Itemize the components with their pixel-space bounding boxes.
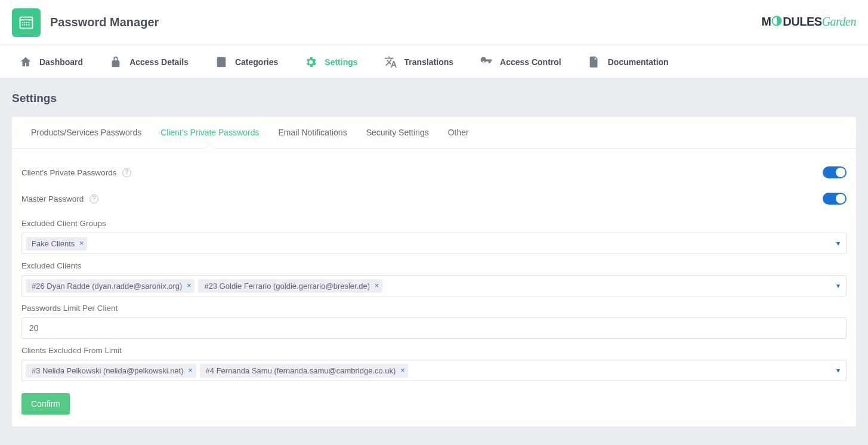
- chip-remove-icon[interactable]: ×: [187, 282, 191, 290]
- translate-icon: [384, 55, 397, 69]
- field-passwords-limit: Passwords Limit Per Client: [21, 304, 847, 339]
- chevron-down-icon[interactable]: ▾: [836, 366, 840, 375]
- doc-icon: [588, 55, 601, 69]
- tab-clients-private-passwords[interactable]: Client's Private Passwords: [151, 117, 268, 148]
- multiselect-clients-excluded-from-limit[interactable]: #3 Nelida Pelkowski (nelida@pelkowski.ne…: [21, 360, 847, 381]
- navbar: Dashboard Access Details Categories Sett…: [0, 45, 868, 79]
- list-icon: [215, 55, 228, 69]
- field-label: Excluded Client Groups: [21, 219, 847, 228]
- multiselect-excluded-clients[interactable]: #26 Dyan Radde (dyan.radde@saronix.org) …: [21, 275, 847, 296]
- confirm-button[interactable]: Confirm: [21, 393, 70, 415]
- nav-categories[interactable]: Categories: [202, 45, 291, 79]
- nav-label: Dashboard: [39, 57, 83, 67]
- field-label: Clients Excluded From Limit: [21, 346, 847, 355]
- app-icon: [12, 8, 41, 37]
- field-label: Client's Private Passwords: [21, 168, 116, 177]
- chip: Fake Clients ×: [26, 237, 87, 251]
- gear-icon: [304, 55, 317, 69]
- chevron-down-icon[interactable]: ▾: [836, 282, 840, 290]
- lock-icon: [109, 55, 122, 69]
- field-excluded-client-groups: Excluded Client Groups Fake Clients × ▾: [21, 219, 847, 254]
- brand-logo: M DULESGarden: [761, 15, 856, 30]
- chip: #4 Fernanda Samu (fernanda.samu@cambridg…: [200, 364, 409, 378]
- chip-remove-icon[interactable]: ×: [400, 366, 404, 375]
- input-passwords-limit[interactable]: [21, 317, 847, 339]
- tab-other[interactable]: Other: [438, 117, 478, 148]
- chip: #26 Dyan Radde (dyan.radde@saronix.org) …: [26, 279, 194, 293]
- home-icon: [19, 55, 32, 69]
- field-label: Master Password: [21, 194, 84, 203]
- nav-label: Documentation: [608, 57, 669, 67]
- page-title: Settings: [12, 92, 856, 105]
- nav-documentation[interactable]: Documentation: [574, 45, 682, 79]
- nav-label: Categories: [235, 57, 278, 67]
- field-label: Excluded Clients: [21, 261, 847, 270]
- chip-label: #3 Nelida Pelkowski (nelida@pelkowski.ne…: [32, 366, 184, 375]
- chip: #3 Nelida Pelkowski (nelida@pelkowski.ne…: [26, 364, 196, 378]
- toggle-master-password[interactable]: [823, 193, 847, 205]
- chevron-down-icon[interactable]: ▾: [836, 239, 840, 248]
- nav-translations[interactable]: Translations: [371, 45, 467, 79]
- row-clients-private-passwords: Client's Private Passwords ?: [21, 159, 847, 186]
- row-master-password: Master Password ?: [21, 186, 847, 212]
- field-clients-excluded-from-limit: Clients Excluded From Limit #3 Nelida Pe…: [21, 346, 847, 381]
- tab-email-notifications[interactable]: Email Notifications: [268, 117, 356, 148]
- tab-products-services[interactable]: Products/Services Passwords: [21, 117, 151, 148]
- topbar: Password Manager M DULESGarden: [0, 0, 868, 45]
- chip-label: Fake Clients: [32, 239, 75, 248]
- key-icon: [480, 55, 493, 69]
- nav-settings[interactable]: Settings: [291, 45, 370, 79]
- field-label: Passwords Limit Per Client: [21, 304, 847, 313]
- chip-label: #4 Fernanda Samu (fernanda.samu@cambridg…: [206, 366, 396, 375]
- nav-label: Access Control: [500, 57, 561, 67]
- chip-label: #26 Dyan Radde (dyan.radde@saronix.org): [32, 282, 182, 291]
- nav-label: Access Details: [129, 57, 189, 67]
- chip-remove-icon[interactable]: ×: [189, 366, 193, 375]
- panel-body: Client's Private Passwords ? Master Pass…: [12, 149, 856, 427]
- nav-label: Settings: [325, 57, 357, 67]
- multiselect-excluded-client-groups[interactable]: Fake Clients × ▾: [21, 233, 847, 254]
- settings-panel: Products/Services Passwords Client's Pri…: [12, 117, 856, 427]
- toggle-clients-private-passwords[interactable]: [823, 166, 847, 178]
- nav-access-control[interactable]: Access Control: [467, 45, 574, 79]
- app-title: Password Manager: [50, 16, 159, 29]
- page: Settings Products/Services Passwords Cli…: [0, 79, 868, 440]
- tab-security-settings[interactable]: Security Settings: [357, 117, 438, 148]
- help-icon[interactable]: ?: [89, 194, 98, 203]
- chip-remove-icon[interactable]: ×: [375, 282, 379, 290]
- nav-label: Translations: [404, 57, 453, 67]
- help-icon[interactable]: ?: [122, 168, 131, 177]
- nav-access-details[interactable]: Access Details: [96, 45, 202, 79]
- field-excluded-clients: Excluded Clients #26 Dyan Radde (dyan.ra…: [21, 261, 847, 296]
- chip-label: #23 Goldie Ferrario (goldie.gerrario@bre…: [204, 282, 370, 291]
- nav-dashboard[interactable]: Dashboard: [6, 45, 96, 79]
- chip-remove-icon[interactable]: ×: [79, 239, 84, 248]
- chip: #23 Goldie Ferrario (goldie.gerrario@bre…: [198, 279, 382, 293]
- tabbar: Products/Services Passwords Client's Pri…: [12, 117, 856, 149]
- brand-left: Password Manager: [12, 8, 159, 37]
